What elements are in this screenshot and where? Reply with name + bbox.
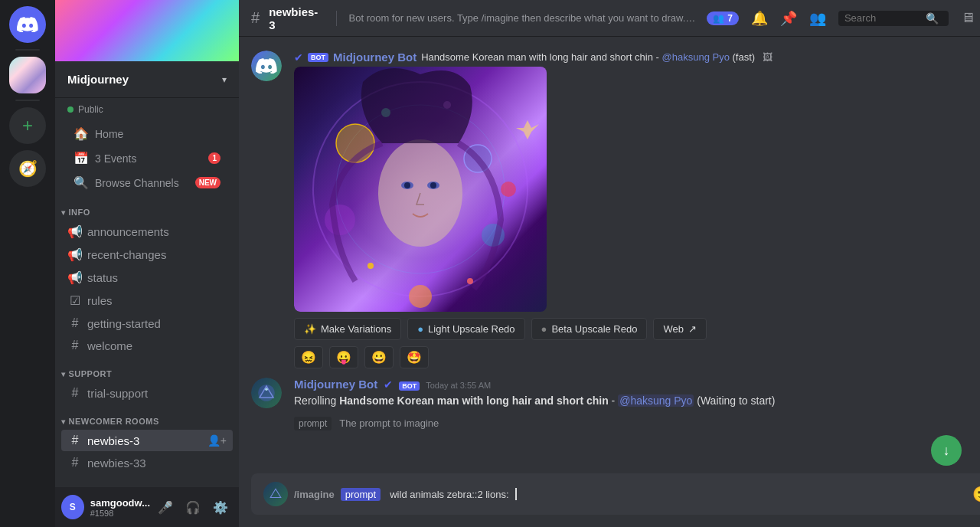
channel-newbies-3[interactable]: # newbies-3 👤+ bbox=[61, 430, 233, 451]
browse-channels-label: Browse Channels bbox=[95, 177, 179, 189]
make-variations-button[interactable]: ✨ Make Variations bbox=[294, 318, 401, 340]
nav-home-label: Home bbox=[95, 128, 123, 140]
mute-button[interactable]: 🎤 bbox=[153, 495, 178, 519]
header-divider bbox=[336, 11, 337, 26]
main-content: # newbies-3 Bot room for new users. Type… bbox=[239, 0, 980, 527]
newbies-3-icon: # bbox=[67, 434, 83, 447]
members-badge: 👥 7 bbox=[707, 11, 739, 25]
web-link-icon: ↗ bbox=[688, 323, 697, 335]
member-list-icon[interactable]: 👥 bbox=[809, 10, 826, 27]
channel-rules[interactable]: ☑ rules bbox=[61, 290, 233, 312]
search-input[interactable] bbox=[844, 12, 921, 24]
bot-tag-2: BOT bbox=[399, 381, 420, 391]
reaction-1[interactable]: 😖 bbox=[294, 346, 323, 368]
prompt-label: prompt bbox=[294, 417, 332, 430]
nav-events[interactable]: 📅 3 Events 1 bbox=[61, 146, 233, 170]
generated-image bbox=[294, 67, 547, 312]
user-controls: 🎤 🎧 ⚙️ bbox=[153, 495, 233, 519]
category-newcomer[interactable]: ▾ NEWCOMER ROOMS bbox=[55, 404, 239, 429]
deafen-button[interactable]: 🎧 bbox=[181, 495, 205, 519]
nav-browse-channels[interactable]: 🔍 Browse Channels NEW bbox=[61, 171, 233, 195]
image-prompt-text: Handsome Korean man with long hair and s… bbox=[421, 51, 755, 63]
server-status-label: Public bbox=[78, 104, 103, 115]
nav-home[interactable]: 🏠 Home bbox=[61, 122, 233, 146]
server-banner bbox=[55, 0, 239, 61]
svg-point-4 bbox=[404, 182, 410, 188]
channel-sidebar: Midjourney ▾ Public 🏠 Home 📅 3 Events 1 … bbox=[55, 0, 239, 527]
members-icon: 👥 bbox=[713, 13, 724, 24]
recent-changes-icon: 📢 bbox=[67, 247, 83, 262]
category-support-label: SUPPORT bbox=[69, 369, 113, 378]
reaction-4[interactable]: 🤩 bbox=[400, 346, 429, 368]
channel-newbies-33[interactable]: # newbies-33 bbox=[61, 452, 233, 473]
channel-recent-changes[interactable]: 📢 recent-changes bbox=[61, 244, 233, 266]
mention-haksung[interactable]: @haksung Pyo bbox=[618, 394, 694, 407]
action-buttons: ✨ Make Variations ● Light Upscale Redo ●… bbox=[294, 318, 980, 340]
make-variations-label: Make Variations bbox=[321, 323, 391, 335]
scroll-to-bottom-button[interactable]: ↓ bbox=[931, 435, 962, 466]
nav-events-label: 3 Events bbox=[95, 152, 136, 165]
server-divider-2 bbox=[15, 100, 40, 101]
browse-icon: 🔍 bbox=[74, 175, 89, 190]
prompt-hint-text: The prompt to imagine bbox=[339, 416, 439, 430]
server-sidebar: + 🧭 bbox=[0, 0, 55, 527]
user-tag: #1598 bbox=[90, 509, 150, 518]
channel-status-label: status bbox=[87, 271, 118, 284]
light-upscale-redo-button[interactable]: ● Light Upscale Redo bbox=[407, 318, 524, 340]
svg-point-15 bbox=[409, 285, 432, 308]
status-channel-icon: 📢 bbox=[67, 270, 83, 285]
channel-list: 🏠 Home 📅 3 Events 1 🔍 Browse Channels NE… bbox=[55, 121, 239, 487]
header-channel-name: newbies-3 bbox=[269, 5, 323, 31]
inbox-icon[interactable]: 🖥 bbox=[961, 10, 975, 26]
channel-getting-started[interactable]: # getting-started bbox=[61, 313, 233, 334]
pin-icon[interactable]: 📌 bbox=[780, 10, 797, 27]
channel-trial-support[interactable]: # trial-support bbox=[61, 382, 233, 404]
add-member-icon[interactable]: 👤+ bbox=[207, 434, 227, 447]
category-newcomer-label: NEWCOMER ROOMS bbox=[69, 417, 159, 426]
settings-button[interactable]: ⚙️ bbox=[208, 495, 233, 519]
input-area: /imagine prompt wild animals zebra::2 li… bbox=[239, 473, 980, 527]
beta-upscale-redo-button[interactable]: ● Beta Upscale Redo bbox=[531, 318, 648, 340]
reaction-3[interactable]: 😀 bbox=[364, 346, 394, 368]
input-cursor bbox=[515, 488, 517, 500]
input-tag-prompt: prompt bbox=[341, 488, 381, 501]
channel-hash-icon: # bbox=[251, 9, 260, 27]
events-badge: 1 bbox=[208, 152, 220, 164]
server-header[interactable]: Midjourney ▾ bbox=[55, 61, 239, 98]
server-divider bbox=[15, 49, 40, 51]
category-info-label: INFO bbox=[69, 208, 90, 217]
channel-announcements[interactable]: 📢 announcements bbox=[61, 221, 233, 243]
events-icon: 📅 bbox=[74, 151, 89, 165]
channel-newbies-33-label: newbies-33 bbox=[87, 457, 146, 470]
image-icon[interactable]: 🖼 bbox=[763, 51, 773, 63]
channel-welcome[interactable]: # welcome bbox=[61, 335, 233, 356]
svg-point-11 bbox=[368, 263, 374, 269]
bell-icon[interactable]: 🔔 bbox=[751, 10, 768, 27]
search-box[interactable]: 🔍 bbox=[838, 11, 949, 26]
input-box: /imagine prompt wild animals zebra::2 li… bbox=[251, 473, 980, 515]
message-content-1: ✔ BOT Midjourney Bot Handsome Korean man… bbox=[294, 51, 980, 368]
beta-upscale-label: Beta Upscale Redo bbox=[551, 323, 637, 335]
discover-servers-button[interactable]: 🧭 bbox=[9, 150, 46, 187]
getting-started-icon: # bbox=[67, 316, 83, 330]
channel-status[interactable]: 📢 status bbox=[61, 267, 233, 289]
input-avatar bbox=[263, 482, 288, 506]
emoji-button[interactable]: 🙂 bbox=[972, 485, 980, 503]
channel-newbies-3-label: newbies-3 bbox=[87, 434, 139, 447]
add-server-button[interactable]: + bbox=[9, 107, 46, 144]
image-attachment[interactable] bbox=[294, 67, 562, 312]
web-button[interactable]: Web ↗ bbox=[653, 318, 707, 340]
server-name: Midjourney bbox=[67, 73, 129, 86]
category-info[interactable]: ▾ INFO bbox=[55, 195, 239, 220]
web-label: Web bbox=[663, 323, 684, 335]
midjourney-server-icon[interactable] bbox=[9, 57, 46, 93]
category-newcomer-arrow: ▾ bbox=[61, 417, 66, 426]
discord-home-button[interactable] bbox=[9, 6, 46, 43]
reaction-2[interactable]: 😛 bbox=[329, 346, 358, 368]
command-prefix: /imagine bbox=[294, 489, 335, 500]
browse-badge: NEW bbox=[195, 177, 220, 188]
category-support[interactable]: ▾ SUPPORT bbox=[55, 357, 239, 381]
channel-rules-label: rules bbox=[87, 294, 113, 307]
svg-point-12 bbox=[467, 278, 473, 284]
category-info-arrow: ▾ bbox=[61, 208, 66, 217]
